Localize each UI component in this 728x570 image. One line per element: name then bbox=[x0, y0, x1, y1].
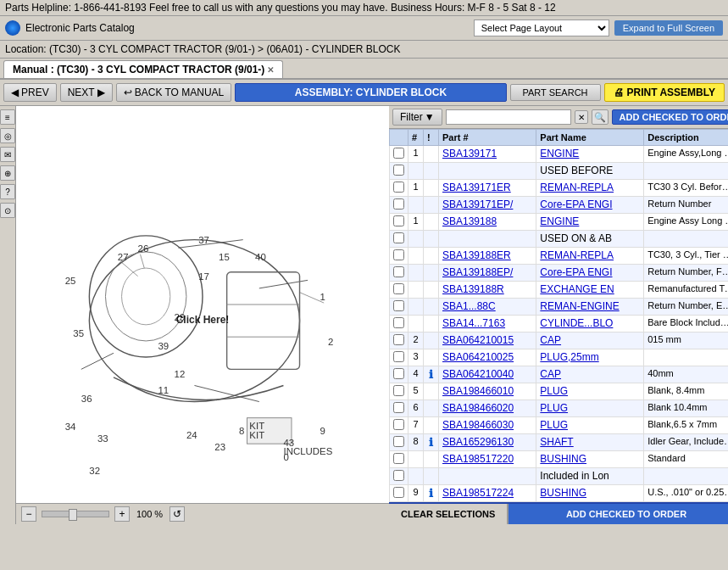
prev-arrow-icon: ◀ bbox=[11, 87, 19, 98]
sidebar-icon-1[interactable]: ◎ bbox=[0, 128, 15, 143]
row-checkbox[interactable] bbox=[393, 249, 404, 260]
part-name-link[interactable]: PLUG bbox=[540, 385, 568, 397]
part-number-link[interactable]: SBA064210025 bbox=[442, 351, 514, 363]
row-checkbox[interactable] bbox=[393, 385, 404, 396]
row-checkbox[interactable] bbox=[393, 470, 404, 481]
part-number-link[interactable]: SBA198466010 bbox=[442, 385, 514, 397]
add-checked-bottom-button[interactable]: ADD CHECKED TO ORDER bbox=[508, 504, 728, 524]
row-checkbox-cell bbox=[390, 451, 408, 468]
row-checkbox[interactable] bbox=[393, 334, 404, 345]
row-checkbox[interactable] bbox=[393, 453, 404, 464]
row-checkbox[interactable] bbox=[393, 351, 404, 362]
row-checkbox[interactable] bbox=[393, 419, 404, 430]
assembly-title-button[interactable]: ASSEMBLY: CYLINDER BLOCK bbox=[235, 83, 506, 102]
info-icon[interactable]: ℹ bbox=[429, 368, 433, 381]
part-number-link[interactable]: SBA064210015 bbox=[442, 334, 514, 346]
clear-selections-button[interactable]: CLEAR SELECTIONS bbox=[389, 504, 508, 524]
row-checkbox-cell bbox=[390, 214, 408, 231]
tab-manual[interactable]: Manual : (TC30) - 3 CYL COMPACT TRACTOR … bbox=[3, 60, 283, 78]
part-number-link[interactable]: SBA14...7163 bbox=[442, 317, 505, 329]
prev-button[interactable]: ◀ PREV bbox=[3, 83, 57, 102]
zoom-out-button[interactable]: − bbox=[21, 506, 36, 522]
part-name-link[interactable]: REMAN-REPLA bbox=[540, 249, 614, 261]
row-checkbox[interactable] bbox=[393, 165, 404, 176]
svg-text:32: 32 bbox=[89, 466, 100, 476]
page-layout-select[interactable]: Select Page Layout bbox=[474, 20, 609, 36]
row-checkbox[interactable] bbox=[393, 317, 404, 328]
sidebar-icon-5[interactable]: ⊙ bbox=[0, 203, 15, 218]
row-checkbox[interactable] bbox=[393, 148, 404, 159]
diagram-area[interactable]: KIT KIT 27 26 25 37 35 36 34 33 24 23 32… bbox=[16, 106, 389, 503]
part-name-link[interactable]: SHAFT bbox=[540, 436, 573, 448]
part-name-link[interactable]: CAP bbox=[540, 368, 561, 380]
part-number-link[interactable]: SBA139171 bbox=[442, 148, 497, 159]
table-row: 5SBA198466010PLUGBlank, 8.4mm2 bbox=[390, 383, 729, 400]
part-search-button[interactable]: PART SEARCH bbox=[510, 84, 601, 101]
sidebar-icon-2[interactable]: ✉ bbox=[0, 147, 15, 162]
part-name-link[interactable]: BUSHING bbox=[540, 453, 586, 465]
zoom-refresh-button[interactable]: ↺ bbox=[169, 506, 185, 522]
row-checkbox[interactable] bbox=[393, 232, 404, 243]
part-name-link[interactable]: CYLINDE...BLO bbox=[540, 317, 613, 329]
part-number-link[interactable]: SBA198466030 bbox=[442, 419, 514, 431]
info-icon[interactable]: ℹ bbox=[429, 436, 433, 449]
add-checked-to-order-button[interactable]: ADD CHECKED TO ORDER bbox=[612, 109, 728, 125]
part-number-link[interactable]: SBA198466020 bbox=[442, 402, 514, 414]
part-name-link[interactable]: BUSHING bbox=[540, 487, 586, 499]
row-checkbox[interactable] bbox=[393, 436, 404, 447]
part-name-link[interactable]: PLUG bbox=[540, 402, 568, 414]
row-checkbox[interactable] bbox=[393, 283, 404, 294]
svg-text:34: 34 bbox=[65, 422, 76, 432]
next-button[interactable]: NEXT ▶ bbox=[60, 83, 113, 102]
row-checkbox-cell bbox=[390, 316, 408, 332]
print-assembly-button[interactable]: 🖨 PRINT ASSEMBLY bbox=[604, 83, 725, 102]
sidebar-icon-4[interactable]: ? bbox=[0, 184, 15, 199]
part-number-link[interactable]: SBA165296130 bbox=[442, 436, 514, 448]
filter-button[interactable]: Filter ▼ bbox=[392, 109, 442, 126]
part-name-link[interactable]: PLUG bbox=[540, 419, 568, 431]
filter-clear-button[interactable]: ✕ bbox=[575, 110, 588, 124]
row-checkbox[interactable] bbox=[393, 198, 404, 210]
svg-text:INCLUDES: INCLUDES bbox=[283, 446, 332, 456]
row-checkbox[interactable] bbox=[393, 300, 404, 311]
expand-button[interactable]: Expand to Full Screen bbox=[614, 20, 723, 36]
zoom-in-button[interactable]: + bbox=[114, 506, 130, 522]
row-checkbox[interactable] bbox=[393, 487, 404, 498]
sidebar-icon-0[interactable]: ≡ bbox=[0, 109, 15, 125]
info-icon[interactable]: ℹ bbox=[429, 487, 433, 500]
part-number-link[interactable]: SBA064210040 bbox=[442, 368, 514, 380]
part-number-link[interactable]: SBA139188ER bbox=[442, 249, 511, 261]
part-name-link[interactable]: ENGINE bbox=[540, 148, 579, 159]
part-number-link[interactable]: SBA139171ER bbox=[442, 182, 511, 193]
row-checkbox[interactable] bbox=[393, 215, 404, 226]
part-number-link[interactable]: SBA139188 bbox=[442, 215, 497, 227]
parts-table-wrapper[interactable]: # ! Part # Part Name Description Qty 1SB… bbox=[389, 129, 728, 502]
row-checkbox[interactable] bbox=[393, 182, 404, 193]
part-number-link[interactable]: SBA198517224 bbox=[442, 487, 514, 499]
part-name-link[interactable]: Core-EPA ENGI bbox=[540, 198, 612, 210]
row-number bbox=[408, 231, 424, 248]
part-name-link[interactable]: PLUG,25mm bbox=[540, 351, 598, 363]
zoom-slider[interactable] bbox=[42, 511, 109, 517]
row-checkbox[interactable] bbox=[393, 266, 404, 277]
part-name-link[interactable]: Core-EPA ENGI bbox=[540, 266, 612, 278]
part-number-link[interactable]: SBA139188EP/ bbox=[442, 266, 513, 278]
part-number-link[interactable]: SBA198517220 bbox=[442, 453, 514, 465]
part-name-link[interactable]: ENGINE bbox=[540, 215, 579, 227]
part-number-link[interactable]: SBA139188R bbox=[442, 283, 504, 295]
tab-close-icon[interactable]: ✕ bbox=[267, 65, 274, 75]
row-checkbox[interactable] bbox=[393, 402, 404, 413]
part-name-link[interactable]: EXCHANGE EN bbox=[540, 283, 614, 295]
row-number: 6 bbox=[408, 400, 424, 417]
part-number-link[interactable]: SBA1...88C bbox=[442, 300, 496, 312]
filter-input[interactable] bbox=[446, 109, 571, 125]
sidebar-icon-3[interactable]: ⊕ bbox=[0, 165, 15, 181]
part-name-link[interactable]: CAP bbox=[540, 334, 561, 346]
filter-search-button[interactable]: 🔍 bbox=[592, 109, 609, 125]
part-name-link[interactable]: REMAN-ENGINE bbox=[540, 300, 619, 312]
back-to-manual-button[interactable]: ↩ BACK TO MANUAL bbox=[116, 83, 232, 102]
part-number-link[interactable]: SBA139171EP/ bbox=[442, 198, 513, 210]
row-checkbox-cell bbox=[390, 146, 408, 163]
part-name-link[interactable]: REMAN-REPLA bbox=[540, 182, 614, 193]
row-checkbox[interactable] bbox=[393, 368, 404, 379]
